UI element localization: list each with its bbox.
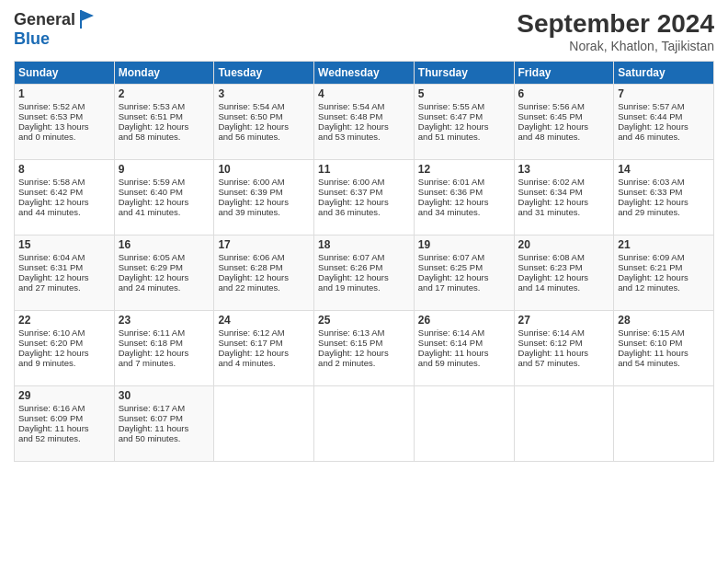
- day-number: 10: [218, 163, 310, 176]
- day-number: 4: [318, 87, 410, 100]
- calendar-header-row: SundayMondayTuesdayWednesdayThursdayFrid…: [15, 62, 714, 85]
- cell-info-line: and 31 minutes.: [518, 207, 610, 217]
- location: Norak, Khatlon, Tajikistan: [517, 39, 714, 53]
- day-number: 22: [18, 314, 110, 327]
- cell-info-line: Sunrise: 6:05 AM: [119, 252, 210, 262]
- calendar-cell: 22Sunrise: 6:10 AMSunset: 6:20 PMDayligh…: [15, 311, 115, 386]
- cell-info-line: Sunset: 6:15 PM: [318, 338, 410, 348]
- cell-info-line: and 27 minutes.: [18, 282, 110, 293]
- logo-flag-icon: [77, 9, 97, 29]
- day-header-thursday: Thursday: [414, 62, 514, 85]
- cell-info-line: and 53 minutes.: [318, 132, 410, 142]
- day-header-saturday: Saturday: [614, 62, 714, 85]
- calendar-cell: 27Sunrise: 6:14 AMSunset: 6:12 PMDayligh…: [514, 311, 614, 386]
- logo: General Blue: [14, 9, 97, 49]
- cell-info-line: Sunrise: 6:04 AM: [18, 252, 110, 262]
- day-header-sunday: Sunday: [15, 62, 115, 85]
- cell-info-line: Sunset: 6:20 PM: [18, 338, 110, 348]
- cell-info-line: Daylight: 12 hours: [119, 197, 210, 207]
- cell-info-line: Sunrise: 6:14 AM: [418, 327, 510, 338]
- cell-info-line: Sunset: 6:36 PM: [418, 187, 510, 197]
- cell-info-line: and 46 minutes.: [618, 132, 710, 142]
- cell-info-line: Sunrise: 5:59 AM: [119, 177, 210, 187]
- day-number: 25: [318, 314, 410, 327]
- calendar-cell: [214, 386, 314, 462]
- cell-info-line: Daylight: 12 hours: [618, 197, 710, 207]
- calendar-body: 1Sunrise: 5:52 AMSunset: 6:53 PMDaylight…: [15, 85, 714, 462]
- day-number: 17: [218, 238, 310, 251]
- calendar-cell: 26Sunrise: 6:14 AMSunset: 6:14 PMDayligh…: [414, 311, 514, 386]
- cell-info-line: Sunrise: 5:54 AM: [218, 101, 310, 111]
- cell-info-line: Daylight: 13 hours: [18, 121, 110, 132]
- cell-info-line: Sunset: 6:37 PM: [318, 187, 410, 197]
- day-number: 24: [218, 314, 310, 327]
- cell-info-line: Sunset: 6:33 PM: [618, 187, 710, 197]
- day-number: 7: [618, 87, 710, 100]
- cell-info-line: Sunset: 6:26 PM: [318, 262, 410, 272]
- cell-info-line: Sunset: 6:51 PM: [119, 111, 210, 121]
- cell-info-line: and 0 minutes.: [18, 132, 110, 142]
- cell-info-line: Sunrise: 6:00 AM: [218, 177, 310, 187]
- cell-info-line: and 4 minutes.: [218, 358, 310, 368]
- cell-info-line: Daylight: 12 hours: [518, 197, 610, 207]
- cell-info-line: Daylight: 11 hours: [418, 348, 510, 358]
- cell-info-line: Daylight: 12 hours: [518, 121, 610, 132]
- cell-info-line: Sunrise: 6:09 AM: [618, 252, 710, 262]
- day-number: 19: [418, 238, 510, 251]
- calendar-cell: 25Sunrise: 6:13 AMSunset: 6:15 PMDayligh…: [314, 311, 415, 386]
- day-header-monday: Monday: [114, 62, 214, 85]
- cell-info-line: Sunrise: 6:13 AM: [318, 327, 410, 338]
- day-number: 30: [119, 389, 210, 402]
- day-number: 14: [618, 163, 710, 176]
- calendar-cell: 18Sunrise: 6:07 AMSunset: 6:26 PMDayligh…: [314, 236, 415, 311]
- cell-info-line: Sunrise: 5:52 AM: [18, 101, 110, 111]
- calendar-week-2: 8Sunrise: 5:58 AMSunset: 6:42 PMDaylight…: [15, 160, 714, 236]
- calendar-cell: 20Sunrise: 6:08 AMSunset: 6:23 PMDayligh…: [514, 236, 614, 311]
- cell-info-line: and 12 minutes.: [618, 282, 710, 293]
- cell-info-line: Sunset: 6:45 PM: [518, 111, 610, 121]
- cell-info-line: Daylight: 12 hours: [218, 272, 310, 282]
- day-number: 3: [218, 87, 310, 100]
- cell-info-line: and 7 minutes.: [119, 358, 210, 368]
- calendar-cell: 7Sunrise: 5:57 AMSunset: 6:44 PMDaylight…: [614, 85, 714, 160]
- cell-info-line: Sunrise: 6:14 AM: [518, 327, 610, 338]
- cell-info-line: Daylight: 12 hours: [418, 197, 510, 207]
- cell-info-line: Daylight: 12 hours: [119, 121, 210, 132]
- cell-info-line: Sunset: 6:28 PM: [218, 262, 310, 272]
- calendar-cell: 17Sunrise: 6:06 AMSunset: 6:28 PMDayligh…: [214, 236, 314, 311]
- cell-info-line: Sunrise: 5:55 AM: [418, 101, 510, 111]
- day-number: 1: [18, 87, 110, 100]
- calendar-cell: 28Sunrise: 6:15 AMSunset: 6:10 PMDayligh…: [614, 311, 714, 386]
- title-block: September 2024 Norak, Khatlon, Tajikista…: [517, 9, 714, 53]
- cell-info-line: Sunset: 6:44 PM: [618, 111, 710, 121]
- cell-info-line: Sunset: 6:34 PM: [518, 187, 610, 197]
- main-container: General Blue September 2024 Norak, Khatl…: [0, 0, 728, 471]
- cell-info-line: and 58 minutes.: [119, 132, 210, 142]
- day-number: 15: [18, 238, 110, 251]
- day-number: 16: [119, 238, 210, 251]
- cell-info-line: Sunset: 6:09 PM: [18, 413, 110, 423]
- cell-info-line: Sunset: 6:31 PM: [18, 262, 110, 272]
- calendar-cell: 8Sunrise: 5:58 AMSunset: 6:42 PMDaylight…: [15, 160, 115, 236]
- day-header-wednesday: Wednesday: [314, 62, 415, 85]
- day-header-friday: Friday: [514, 62, 614, 85]
- cell-info-line: Sunrise: 6:02 AM: [518, 177, 610, 187]
- day-number: 28: [618, 314, 710, 327]
- day-number: 6: [518, 87, 610, 100]
- cell-info-line: Daylight: 12 hours: [318, 121, 410, 132]
- cell-info-line: Sunrise: 6:00 AM: [318, 177, 410, 187]
- calendar-cell: 12Sunrise: 6:01 AMSunset: 6:36 PMDayligh…: [414, 160, 514, 236]
- calendar-cell: 23Sunrise: 6:11 AMSunset: 6:18 PMDayligh…: [114, 311, 214, 386]
- cell-info-line: and 48 minutes.: [518, 132, 610, 142]
- cell-info-line: Daylight: 12 hours: [318, 348, 410, 358]
- cell-info-line: Sunrise: 6:07 AM: [318, 252, 410, 262]
- cell-info-line: and 34 minutes.: [418, 207, 510, 217]
- logo-blue: Blue: [14, 29, 50, 49]
- cell-info-line: Sunrise: 6:15 AM: [618, 327, 710, 338]
- cell-info-line: Sunset: 6:47 PM: [418, 111, 510, 121]
- cell-info-line: and 57 minutes.: [518, 358, 610, 368]
- cell-info-line: and 17 minutes.: [418, 282, 510, 293]
- cell-info-line: Sunrise: 6:17 AM: [119, 403, 210, 413]
- calendar-table: SundayMondayTuesdayWednesdayThursdayFrid…: [14, 61, 714, 462]
- cell-info-line: Sunset: 6:12 PM: [518, 338, 610, 348]
